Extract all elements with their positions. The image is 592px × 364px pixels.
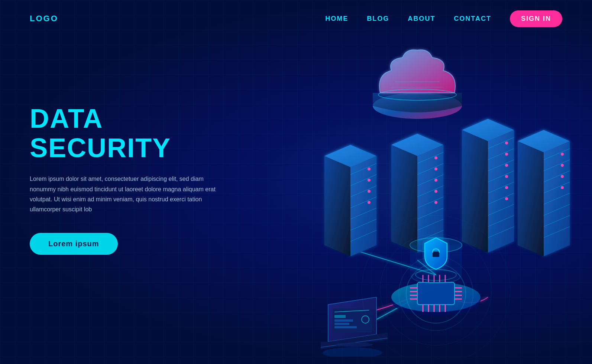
svg-point-33 bbox=[434, 156, 437, 159]
hero-title: DATA SECURITY bbox=[30, 104, 216, 163]
svg-rect-96 bbox=[334, 319, 353, 322]
server-center-right bbox=[462, 119, 514, 253]
svg-rect-90 bbox=[433, 251, 439, 257]
svg-rect-98 bbox=[334, 326, 357, 328]
svg-point-24 bbox=[368, 201, 371, 204]
svg-point-23 bbox=[368, 190, 371, 193]
nav-logo[interactable]: LOGO bbox=[30, 14, 58, 23]
nav-link-home[interactable]: HOME bbox=[325, 15, 348, 23]
svg-point-49 bbox=[505, 164, 508, 167]
svg-point-48 bbox=[505, 153, 508, 156]
svg-point-36 bbox=[434, 190, 437, 193]
svg-point-50 bbox=[505, 175, 508, 178]
svg-point-21 bbox=[368, 168, 371, 170]
hero-illustration bbox=[220, 30, 592, 357]
signin-button[interactable]: SIGN IN bbox=[510, 10, 562, 27]
nav-link-blog[interactable]: BLOG bbox=[367, 15, 389, 23]
svg-rect-97 bbox=[334, 323, 349, 325]
hero-description: Lorem ipsum dolor sit amet, consectetuer… bbox=[30, 174, 216, 214]
nav-links: HOME BLOG ABOUT CONTACT SIGN IN bbox=[325, 10, 562, 27]
svg-point-34 bbox=[434, 168, 437, 170]
svg-point-61 bbox=[561, 153, 564, 156]
svg-point-52 bbox=[505, 197, 508, 200]
nav-link-about[interactable]: ABOUT bbox=[408, 15, 435, 23]
svg-point-101 bbox=[323, 347, 382, 357]
server-right bbox=[518, 130, 570, 256]
svg-point-47 bbox=[505, 142, 508, 144]
svg-point-22 bbox=[368, 179, 371, 182]
nav-link-contact[interactable]: CONTACT bbox=[454, 15, 491, 23]
server-left bbox=[324, 145, 376, 256]
cta-button[interactable]: Lorem ipsum bbox=[30, 233, 118, 255]
svg-rect-67 bbox=[417, 282, 454, 305]
server-center-left bbox=[391, 134, 443, 253]
hero-section: DATA SECURITY Lorem ipsum dolor sit amet… bbox=[30, 104, 216, 255]
svg-point-63 bbox=[561, 175, 564, 178]
navbar: LOGO HOME BLOG ABOUT CONTACT SIGN IN bbox=[0, 0, 592, 37]
svg-point-100 bbox=[336, 342, 373, 347]
svg-rect-95 bbox=[334, 315, 346, 318]
svg-point-62 bbox=[561, 164, 564, 167]
svg-point-64 bbox=[561, 186, 564, 189]
svg-point-35 bbox=[434, 179, 437, 182]
svg-point-37 bbox=[434, 201, 437, 204]
svg-point-51 bbox=[505, 186, 508, 189]
